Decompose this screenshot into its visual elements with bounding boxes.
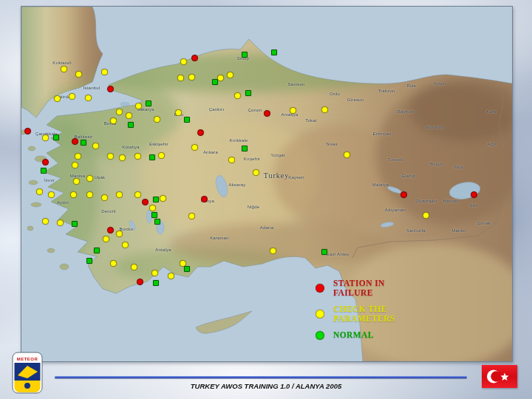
station-marker-check	[344, 151, 350, 158]
station-marker-check	[54, 95, 61, 102]
station-marker-check	[86, 175, 93, 182]
station-marker-normal	[128, 122, 134, 128]
station-marker-normal	[245, 90, 251, 96]
station-marker-check	[151, 270, 158, 276]
station-marker-failure	[191, 55, 198, 61]
station-marker-failure	[264, 110, 270, 117]
station-marker-check	[270, 248, 276, 254]
legend-item-failure: STATION IN FAILURE	[316, 279, 456, 298]
station-marker-normal	[212, 79, 218, 85]
station-marker-check	[217, 75, 224, 81]
station-marker-check	[69, 93, 75, 100]
station-marker-check	[175, 109, 182, 116]
station-marker-check	[72, 162, 78, 168]
station-marker-check	[191, 144, 198, 151]
station-marker-check	[116, 231, 123, 237]
station-marker-failure	[24, 128, 31, 134]
station-marker-check	[227, 72, 233, 78]
station-marker-normal	[184, 117, 190, 123]
station-marker-check	[160, 195, 166, 202]
station-marker-check	[110, 117, 117, 124]
station-marker-check	[135, 103, 142, 109]
station-marker-check	[75, 71, 82, 78]
station-marker-check	[36, 188, 43, 195]
station-marker-check	[101, 194, 108, 201]
legend-item-check: CHECK THE PARAMETERS	[316, 304, 456, 324]
station-marker-check	[42, 218, 49, 225]
presentation-slide: KırklareliİstanbulTekirdağSakaryaBoluÇan…	[0, 0, 532, 399]
station-marker-normal	[184, 266, 190, 272]
legend-label-failure: STATION IN FAILURE	[333, 279, 420, 298]
station-marker-normal	[321, 249, 327, 255]
station-marker-check	[228, 157, 235, 163]
station-marker-check	[101, 69, 108, 75]
station-marker-check	[290, 107, 296, 114]
station-marker-normal	[86, 258, 92, 264]
station-marker-check	[107, 153, 114, 160]
station-marker-failure	[137, 279, 143, 285]
station-marker-check	[253, 169, 259, 176]
station-marker-normal	[242, 146, 248, 151]
station-marker-check	[423, 212, 429, 219]
station-marker-check	[85, 95, 92, 101]
legend-label-normal: NORMAL	[333, 330, 374, 340]
station-marker-normal	[153, 280, 159, 286]
station-marker-failure	[107, 227, 114, 233]
station-marker-failure	[142, 199, 149, 205]
station-marker-normal	[81, 140, 86, 146]
station-marker-failure	[471, 191, 477, 198]
station-marker-normal	[242, 52, 248, 58]
station-marker-check	[116, 109, 123, 115]
station-marker-check	[177, 75, 184, 81]
station-marker-check	[158, 152, 165, 159]
footer-divider-line	[55, 376, 467, 378]
legend-item-normal: NORMAL	[316, 330, 456, 340]
map-legend: STATION IN FAILURE CHECK THE PARAMETERS …	[316, 279, 456, 347]
station-marker-check	[134, 191, 141, 198]
station-marker-failure	[107, 86, 114, 92]
station-marker-check	[103, 236, 109, 242]
station-marker-normal	[271, 50, 277, 55]
station-marker-check	[86, 191, 93, 198]
station-marker-check	[154, 116, 160, 123]
station-marker-check	[180, 58, 187, 65]
station-marker-check	[188, 213, 195, 219]
svg-text:METEOR: METEOR	[17, 357, 38, 361]
check-dot-icon	[316, 310, 324, 318]
station-marker-check	[321, 106, 328, 113]
slide-caption: TURKEY AWOS TRAINING 1.0 / ALANYA 2005	[0, 382, 532, 390]
turkey-station-map: KırklareliİstanbulTekirdağSakaryaBoluÇan…	[21, 6, 513, 362]
station-marker-normal	[41, 168, 47, 174]
legend-label-check: CHECK THE PARAMETERS	[333, 304, 420, 324]
station-marker-check	[110, 260, 117, 267]
station-marker-failure	[72, 138, 78, 145]
station-marker-check	[122, 242, 129, 248]
normal-dot-icon	[316, 331, 324, 340]
station-marker-check	[48, 191, 55, 198]
station-marker-check	[131, 264, 137, 270]
station-marker-normal	[151, 212, 157, 218]
station-marker-check	[119, 154, 126, 161]
station-marker-normal	[53, 134, 59, 140]
station-marker-check	[126, 112, 132, 119]
station-marker-check	[42, 134, 49, 141]
station-marker-failure	[42, 159, 49, 166]
station-marker-check	[234, 92, 241, 99]
turkish-flag-icon	[482, 365, 517, 388]
station-marker-check	[57, 219, 64, 226]
station-marker-check	[188, 74, 195, 81]
station-marker-failure	[197, 129, 204, 136]
station-marker-normal	[146, 100, 151, 106]
station-marker-normal	[149, 154, 155, 160]
station-marker-normal	[72, 221, 78, 227]
station-marker-check	[75, 153, 81, 160]
station-marker-check	[134, 153, 141, 160]
station-marker-normal	[154, 219, 160, 225]
station-marker-check	[92, 143, 99, 149]
station-marker-check	[149, 205, 156, 211]
station-marker-normal	[94, 248, 100, 253]
station-marker-failure	[201, 196, 208, 202]
station-marker-check	[73, 178, 80, 185]
station-marker-check	[70, 191, 77, 198]
station-marker-check	[61, 66, 67, 72]
